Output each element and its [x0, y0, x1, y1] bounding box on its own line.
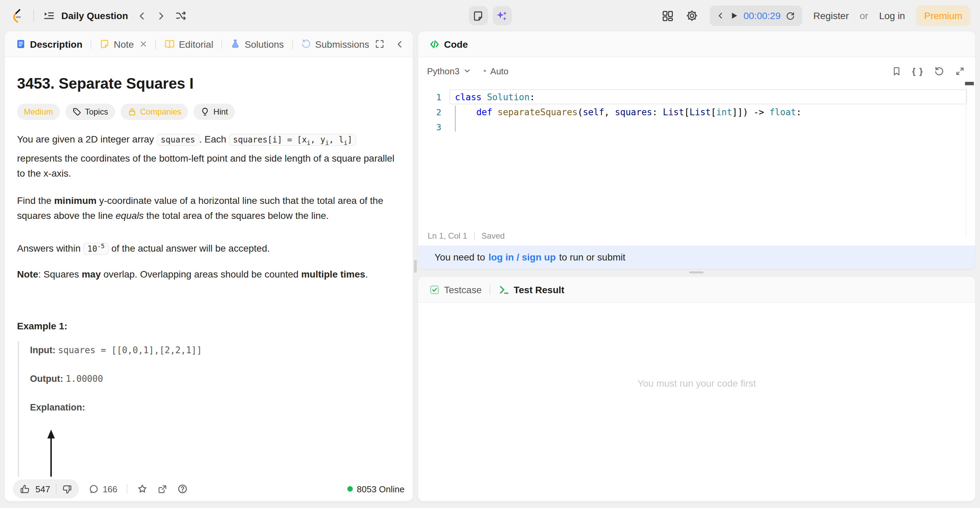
leetcode-logo-icon[interactable] [10, 8, 24, 24]
sparkles-icon [495, 9, 508, 22]
example-input-row: Input: squares = [[0,0,1],[2,2,1]] [30, 343, 401, 356]
close-note-icon[interactable] [139, 40, 147, 48]
chevron-down-icon [463, 67, 471, 75]
problem-footer: 547 166 [5, 477, 413, 501]
tag-icon [72, 107, 81, 117]
thumbs-up-icon[interactable] [20, 484, 30, 494]
vote-pill: 547 [13, 479, 79, 498]
topics-badge[interactable]: Topics [65, 104, 115, 120]
timer-reset-icon[interactable] [785, 11, 795, 21]
testcase-checkbox-icon [429, 284, 440, 295]
login-link[interactable]: Log in [879, 10, 905, 21]
code-panel: Code Python3 • Auto { } [418, 31, 975, 268]
line-number: 3 [418, 122, 441, 132]
hint-badge[interactable]: Hint [194, 104, 235, 120]
line-number: 2 [418, 107, 441, 117]
language-select[interactable]: Python3 [427, 66, 471, 76]
line-number: 1 [418, 92, 441, 102]
login-signup-link[interactable]: log in / sign up [488, 252, 556, 262]
tab-description[interactable]: Description [13, 38, 85, 50]
problem-paragraph-2: Find the minimum y-coordinate value of a… [17, 193, 401, 224]
premium-button[interactable]: Premium [916, 5, 970, 26]
layout-grid-icon[interactable] [661, 9, 674, 22]
online-dot-icon [347, 486, 353, 492]
share-icon[interactable] [158, 484, 168, 494]
editorial-book-icon [164, 38, 175, 50]
reset-code-icon[interactable] [934, 65, 945, 77]
bookmark-icon[interactable] [892, 66, 902, 76]
tab-code[interactable]: Code [426, 38, 471, 50]
save-status: Saved [482, 231, 504, 241]
prev-question-icon[interactable] [137, 11, 147, 21]
tab-submissions[interactable]: Submissions [298, 38, 372, 50]
comment-icon [88, 484, 99, 494]
problem-list-icon [43, 10, 55, 22]
timer-play-icon[interactable] [729, 11, 738, 21]
register-link[interactable]: Register [813, 10, 849, 21]
next-question-icon[interactable] [156, 11, 166, 21]
shuffle-icon[interactable] [175, 10, 187, 22]
bullet-icon: • [483, 66, 486, 76]
ai-assistant-button[interactable] [492, 6, 511, 25]
favorite-star-icon[interactable] [137, 484, 148, 494]
companies-badge-label: Companies [140, 107, 181, 117]
comments-button[interactable]: 166 [88, 484, 117, 494]
banner-text-before: You need to [434, 252, 485, 262]
online-count: 8053 Online [357, 484, 404, 494]
format-braces-icon[interactable]: { } [912, 66, 923, 76]
collapse-panel-icon[interactable] [395, 39, 404, 49]
test-result-placeholder: You must run your code first [418, 378, 975, 389]
maximize-editor-icon[interactable] [955, 66, 965, 76]
nav-divider [33, 10, 34, 22]
problem-tabbar: Description Note [5, 31, 413, 57]
badge-row: Medium Topics [17, 104, 401, 120]
question-help-icon[interactable] [177, 484, 188, 494]
code-line: 3 [418, 119, 975, 134]
tab-solutions[interactable]: Solutions [228, 38, 286, 50]
status-divider [474, 232, 475, 240]
tab-editorial[interactable]: Editorial [161, 38, 216, 50]
thumbs-down-icon[interactable] [62, 484, 72, 494]
topics-badge-label: Topics [85, 107, 108, 117]
tab-divider [490, 285, 491, 294]
tab-note[interactable]: Note [97, 38, 150, 50]
submissions-history-icon [301, 39, 311, 49]
current-line-highlight [449, 89, 967, 104]
notes-button[interactable] [469, 6, 488, 25]
companies-badge[interactable]: Companies [120, 104, 188, 120]
problem-list-button[interactable]: Daily Question [43, 10, 128, 22]
login-banner: You need to log in / sign up to run or s… [418, 246, 975, 268]
terminal-icon [499, 284, 510, 295]
vertical-resize-handle[interactable] [414, 260, 417, 273]
top-nav: Daily Question [0, 0, 980, 31]
tab-testcase-label: Testcase [444, 284, 482, 295]
test-panel: Testcase Test Result You must run your c… [418, 277, 975, 501]
code-editor[interactable]: 1 class Solution: 2 def separateSquares(… [418, 85, 975, 134]
timer-collapse-icon[interactable] [716, 11, 724, 20]
timer-widget[interactable]: 00:00:29 [709, 5, 802, 26]
nav-title: Daily Question [61, 10, 128, 21]
code-chip: squares[i] = [xi, yi, li] [229, 134, 356, 146]
scrollbar-thumb[interactable] [965, 82, 974, 85]
expand-panel-icon[interactable] [375, 39, 385, 49]
tab-testcase[interactable]: Testcase [426, 284, 485, 295]
timer-value: 00:00:29 [743, 10, 780, 21]
example-title: Example 1: [17, 321, 401, 331]
tab-test-result[interactable]: Test Result [496, 284, 567, 295]
banner-text-after: to run or submit [559, 252, 625, 262]
horizontal-resize-handle[interactable] [689, 272, 703, 273]
lightbulb-icon [200, 107, 210, 117]
code-toolbar: Python3 • Auto { } [418, 57, 975, 85]
test-tabbar: Testcase Test Result [418, 277, 975, 303]
problem-paragraph-3: Answers within 10-5 of the actual answer… [17, 239, 401, 257]
auto-toggle[interactable]: • Auto [483, 66, 508, 76]
tab-code-label: Code [444, 38, 468, 50]
auto-label: Auto [490, 66, 509, 76]
cursor-position: Ln 1, Col 1 [428, 231, 467, 241]
tab-divider [155, 39, 156, 49]
settings-gear-icon[interactable] [685, 9, 698, 22]
difficulty-badge[interactable]: Medium [17, 104, 60, 120]
tab-solutions-label: Solutions [245, 38, 284, 50]
code-line: 2 def separateSquares(self, squares: Lis… [418, 104, 975, 119]
lock-icon [127, 107, 137, 117]
